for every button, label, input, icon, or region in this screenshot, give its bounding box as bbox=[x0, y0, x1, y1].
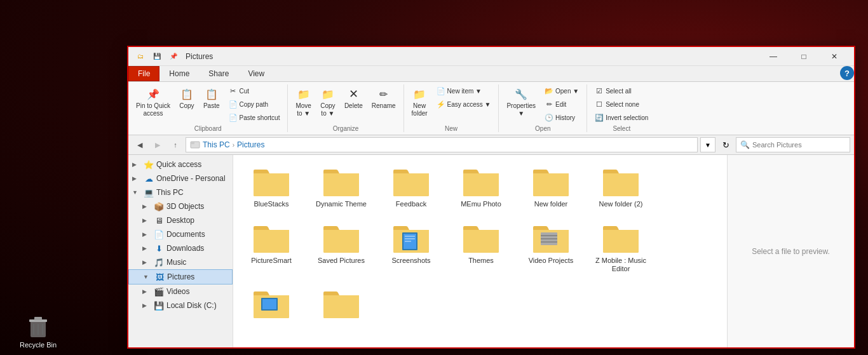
folder-dynamic-theme[interactable]: Dynamic Theme bbox=[309, 161, 373, 211]
properties-label: Properties▼ bbox=[506, 102, 536, 117]
up-button[interactable]: ↑ bbox=[168, 137, 183, 152]
ribbon-clipboard-items: 📌 Pin to Quickaccess 📋 Copy 📋 Paste ✂ Cu… bbox=[132, 84, 283, 124]
paste-shortcut-icon: 📄 bbox=[229, 113, 238, 122]
rename-button[interactable]: ✏ Rename bbox=[368, 84, 400, 112]
search-input[interactable] bbox=[752, 141, 846, 149]
properties-icon: 🔧 bbox=[514, 87, 528, 101]
documents-expand: ▶ bbox=[142, 231, 151, 238]
address-this-pc[interactable]: This PC bbox=[203, 140, 230, 149]
forward-button[interactable]: ▶ bbox=[150, 137, 165, 152]
sidebar-item-pictures[interactable]: ▼ 🖼 Pictures bbox=[128, 269, 233, 285]
history-button[interactable]: 🕒 History bbox=[541, 111, 583, 124]
invert-selection-label: Invert selection bbox=[606, 114, 648, 121]
folder-dynamic-theme-label: Dynamic Theme bbox=[316, 200, 367, 208]
sidebar-item-documents[interactable]: ▶ 📄 Documents bbox=[128, 227, 233, 241]
folder-picturesmart[interactable]: PictureSmart bbox=[240, 218, 303, 276]
folder-memu-photo-icon bbox=[462, 164, 500, 198]
folder-feedback-icon bbox=[392, 164, 430, 198]
folder-saved-pictures-label: Saved Pictures bbox=[318, 257, 365, 265]
copy-button[interactable]: 📋 Copy bbox=[175, 84, 198, 112]
sidebar-item-quick-access[interactable]: ▶ ⭐ Quick access bbox=[128, 157, 233, 171]
this-pc-icon: 💻 bbox=[144, 187, 154, 198]
pictures-icon: 🖼 bbox=[154, 272, 165, 282]
local-disk-icon: 💾 bbox=[154, 300, 164, 311]
delete-label: Delete bbox=[344, 102, 363, 110]
move-to-button[interactable]: 📁 Moveto ▼ bbox=[292, 84, 315, 120]
folder-themes[interactable]: Themes bbox=[449, 218, 513, 276]
folder-z-mobile-music[interactable]: Z Mobile : Music Editor bbox=[589, 218, 653, 276]
address-dropdown[interactable]: ▼ bbox=[700, 137, 715, 152]
clipboard-group-label: Clipboard bbox=[132, 124, 283, 132]
folder-new-folder-label: New folder bbox=[534, 200, 568, 208]
address-bar[interactable]: This PC › Pictures bbox=[186, 137, 698, 152]
paste-shortcut-button[interactable]: 📄 Paste shortcut bbox=[225, 111, 284, 124]
pin-label: Pin to Quickaccess bbox=[136, 102, 170, 117]
tab-file[interactable]: File bbox=[128, 66, 159, 81]
folder-memu-photo[interactable]: MEmu Photo bbox=[449, 161, 513, 211]
folder-new-folder[interactable]: New folder bbox=[519, 161, 583, 211]
new-group-label: New bbox=[408, 124, 495, 132]
tab-view[interactable]: View bbox=[238, 66, 274, 81]
refresh-button[interactable]: ↻ bbox=[718, 137, 733, 152]
sidebar-item-desktop[interactable]: ▶ 🖥 Desktop bbox=[128, 213, 233, 227]
file-area: BlueStacks Dynamic Theme Feedback bbox=[233, 155, 727, 347]
select-none-label: Select none bbox=[606, 101, 639, 108]
copy-to-label: Copyto ▼ bbox=[320, 102, 335, 117]
copy-path-button[interactable]: 📄 Copy path bbox=[225, 98, 284, 111]
copy-label: Copy bbox=[179, 102, 194, 110]
new-folder-button[interactable]: 📁 Newfolder bbox=[408, 84, 431, 120]
sidebar-item-videos[interactable]: ▶ 🎬 Videos bbox=[128, 285, 233, 298]
folder-feedback[interactable]: Feedback bbox=[379, 161, 443, 211]
delete-button[interactable]: ✕ Delete bbox=[341, 84, 367, 112]
sidebar-item-onedrive[interactable]: ▶ ☁ OneDrive - Personal bbox=[128, 171, 233, 185]
folder-dynamic-theme-icon bbox=[322, 164, 360, 198]
new-item-button[interactable]: 📄 New item ▼ bbox=[433, 84, 495, 97]
tab-share[interactable]: Share bbox=[199, 66, 238, 81]
tab-home[interactable]: Home bbox=[159, 66, 199, 81]
desktop-icon: 🖥 bbox=[154, 215, 164, 225]
folder-video-projects[interactable]: Video Projects bbox=[519, 218, 583, 276]
sidebar-item-this-pc[interactable]: ▼ 💻 This PC bbox=[128, 185, 233, 199]
onedrive-expand: ▶ bbox=[132, 175, 141, 182]
edit-button[interactable]: ✏ Edit bbox=[541, 98, 583, 111]
select-all-button[interactable]: ☑ Select all bbox=[591, 84, 652, 97]
select-none-button[interactable]: ☐ Select none bbox=[591, 98, 652, 111]
recycle-bin-icon[interactable]: Recycle Bin bbox=[13, 313, 64, 349]
folder-new-folder-2-icon bbox=[602, 164, 640, 198]
folder-bluestacks[interactable]: BlueStacks bbox=[240, 161, 303, 211]
paste-button[interactable]: 📋 Paste bbox=[200, 84, 224, 112]
cut-button[interactable]: ✂ Cut bbox=[225, 84, 284, 97]
folder-new-folder-2-label: New folder (2) bbox=[599, 200, 642, 208]
open-button[interactable]: 📂 Open ▼ bbox=[541, 84, 583, 97]
sidebar-item-3d-objects[interactable]: ▶ 📦 3D Objects bbox=[128, 199, 233, 213]
move-to-icon: 📁 bbox=[297, 87, 311, 101]
folder-partial-2[interactable] bbox=[309, 283, 373, 325]
address-pictures[interactable]: Pictures bbox=[237, 140, 264, 149]
back-button[interactable]: ◀ bbox=[132, 137, 147, 152]
folder-new-folder-2[interactable]: New folder (2) bbox=[589, 161, 653, 211]
minimize-button[interactable]: — bbox=[759, 47, 788, 66]
maximize-button[interactable]: □ bbox=[789, 47, 818, 66]
open-icon: 📂 bbox=[545, 86, 553, 95]
folder-picturesmart-icon bbox=[252, 221, 290, 254]
folder-partial-1[interactable] bbox=[240, 283, 303, 325]
recycle-bin-label: Recycle Bin bbox=[20, 341, 57, 349]
folder-screenshots[interactable]: Screenshots bbox=[379, 218, 443, 276]
pin-quick-access-button[interactable]: 📌 Pin to Quickaccess bbox=[132, 84, 174, 120]
properties-button[interactable]: 🔧 Properties▼ bbox=[503, 84, 539, 120]
help-button[interactable]: ? bbox=[840, 66, 854, 80]
folder-saved-pictures[interactable]: Saved Pictures bbox=[309, 218, 373, 276]
edit-label: Edit bbox=[555, 101, 566, 108]
invert-selection-button[interactable]: 🔄 Invert selection bbox=[591, 111, 652, 124]
ribbon-open-small: 📂 Open ▼ ✏ Edit 🕒 History bbox=[541, 84, 583, 124]
ribbon-group-clipboard: 📌 Pin to Quickaccess 📋 Copy 📋 Paste ✂ Cu… bbox=[128, 84, 288, 132]
desktop-label: Desktop bbox=[166, 216, 194, 225]
copy-to-button[interactable]: 📁 Copyto ▼ bbox=[316, 84, 339, 120]
paste-icon: 📋 bbox=[205, 87, 219, 101]
sidebar-item-music[interactable]: ▶ 🎵 Music bbox=[128, 255, 233, 269]
easy-access-button[interactable]: ⚡ Easy access ▼ bbox=[433, 98, 495, 111]
close-button[interactable]: ✕ bbox=[820, 47, 849, 66]
sidebar-item-local-disk[interactable]: ▶ 💾 Local Disk (C:) bbox=[128, 298, 233, 312]
sidebar-item-downloads[interactable]: ▶ ⬇ Downloads bbox=[128, 241, 233, 255]
search-bar[interactable]: 🔍 bbox=[736, 137, 850, 152]
